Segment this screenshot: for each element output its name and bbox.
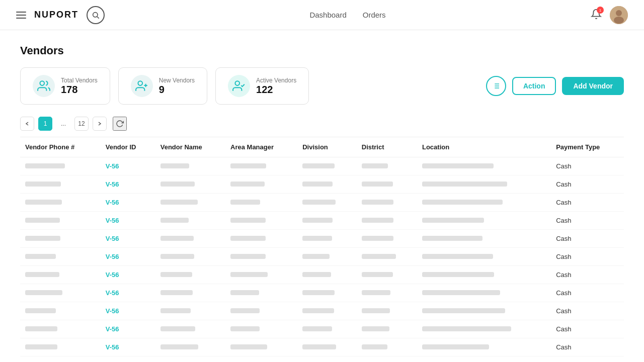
cell-vendor-id[interactable]: V-56 — [101, 302, 155, 320]
vendors-table: Vendor Phone # Vendor ID Vendor Name Are… — [20, 137, 624, 362]
table-row: V-56 Cash — [20, 175, 624, 194]
cell-phone — [20, 266, 101, 284]
cell-payment: Cash — [551, 320, 624, 338]
cell-area-manager — [225, 284, 297, 302]
cell-division — [297, 230, 357, 248]
cell-vendor-id[interactable]: V-56 — [101, 284, 155, 302]
table-row: V-56 Cash — [20, 248, 624, 266]
cell-location — [417, 338, 551, 356]
cell-district — [357, 302, 417, 320]
active-vendors-icon — [228, 75, 250, 97]
cell-payment: Cash — [551, 266, 624, 284]
cell-area-manager — [225, 230, 297, 248]
stat-card-new: New Vendors 9 — [118, 67, 207, 105]
cell-vendor-id[interactable]: V-56 — [101, 248, 155, 266]
table-toolbar: 1 ... 12 — [20, 117, 624, 131]
cell-vendor-name — [155, 338, 225, 356]
cell-vendor-id[interactable]: V-56 — [101, 194, 155, 212]
cell-vendor-name — [155, 194, 225, 212]
cell-area-manager — [225, 175, 297, 194]
cell-location — [417, 266, 551, 284]
cell-division — [297, 157, 357, 175]
top-bar-actions: Action Add Vendor — [486, 76, 624, 96]
new-vendors-label: New Vendors — [159, 77, 195, 84]
cell-phone — [20, 212, 101, 230]
cell-vendor-name — [155, 302, 225, 320]
cell-phone — [20, 248, 101, 266]
cell-payment: Cash — [551, 284, 624, 302]
cell-vendor-name — [155, 175, 225, 194]
cell-location — [417, 212, 551, 230]
cell-vendor-name — [155, 284, 225, 302]
add-vendor-button[interactable]: Add Vendor — [562, 77, 624, 95]
cell-payment: Cash — [551, 230, 624, 248]
cell-district — [357, 248, 417, 266]
cell-vendor-id[interactable]: V-56 — [101, 320, 155, 338]
pagination-ellipsis: ... — [56, 117, 70, 131]
cell-division — [297, 266, 357, 284]
pagination-page-1[interactable]: 1 — [38, 117, 52, 131]
cell-vendor-id[interactable]: V-56 — [101, 338, 155, 356]
avatar[interactable] — [610, 6, 628, 24]
cell-phone — [20, 284, 101, 302]
cell-location — [417, 157, 551, 175]
header-right: 1 — [591, 6, 628, 24]
table-row: V-56 Cash — [20, 157, 624, 175]
nav-dashboard[interactable]: Dashboard — [309, 11, 346, 19]
cell-vendor-name — [155, 157, 225, 175]
cell-payment: Cash — [551, 338, 624, 356]
refresh-button[interactable] — [113, 117, 127, 131]
list-view-button[interactable] — [486, 76, 506, 96]
logo: NUPORT — [34, 10, 78, 20]
cell-location — [417, 284, 551, 302]
action-button[interactable]: Action — [512, 77, 556, 95]
notification-icon[interactable]: 1 — [591, 9, 602, 21]
cell-area-manager — [225, 302, 297, 320]
stat-text-active: Active Vendors 122 — [256, 77, 296, 96]
cell-division — [297, 284, 357, 302]
col-payment: Payment Type — [551, 137, 624, 157]
cell-phone — [20, 320, 101, 338]
pagination-last[interactable]: 12 — [74, 117, 89, 131]
cell-district — [357, 284, 417, 302]
cell-area-manager — [225, 248, 297, 266]
cell-vendor-name — [155, 356, 225, 363]
col-division: Division — [297, 137, 357, 157]
cell-location — [417, 175, 551, 194]
cell-location — [417, 320, 551, 338]
cell-vendor-id[interactable]: V-56 — [101, 175, 155, 194]
hamburger-icon[interactable] — [16, 12, 26, 19]
cell-vendor-name — [155, 266, 225, 284]
cell-division — [297, 356, 357, 363]
cell-vendor-id[interactable]: V-56 — [101, 266, 155, 284]
cell-payment: Cash — [551, 157, 624, 175]
cell-location — [417, 302, 551, 320]
cell-district — [357, 157, 417, 175]
cell-district — [357, 356, 417, 363]
search-icon[interactable] — [87, 6, 105, 24]
pagination-prev[interactable] — [20, 117, 34, 131]
table-row: V-56 Cash — [20, 338, 624, 356]
cell-district — [357, 230, 417, 248]
svg-point-5 — [40, 81, 44, 85]
pagination-next[interactable] — [93, 117, 107, 131]
cell-payment: Cash — [551, 302, 624, 320]
cell-vendor-name — [155, 212, 225, 230]
table-header-row: Vendor Phone # Vendor ID Vendor Name Are… — [20, 137, 624, 157]
cell-vendor-name — [155, 230, 225, 248]
cell-vendor-id[interactable]: V-56 — [101, 157, 155, 175]
svg-point-0 — [93, 12, 98, 17]
cell-division — [297, 338, 357, 356]
cell-location — [417, 194, 551, 212]
cell-vendor-id[interactable]: V-56 — [101, 356, 155, 363]
cell-area-manager — [225, 338, 297, 356]
cell-vendor-id[interactable]: V-56 — [101, 230, 155, 248]
cell-area-manager — [225, 356, 297, 363]
page-content: Vendors Total Vendors 178 — [0, 30, 644, 362]
col-district: District — [357, 137, 417, 157]
cell-phone — [20, 175, 101, 194]
cell-vendor-id[interactable]: V-56 — [101, 212, 155, 230]
nav-orders[interactable]: Orders — [363, 11, 386, 19]
cell-district — [357, 266, 417, 284]
cell-district — [357, 175, 417, 194]
